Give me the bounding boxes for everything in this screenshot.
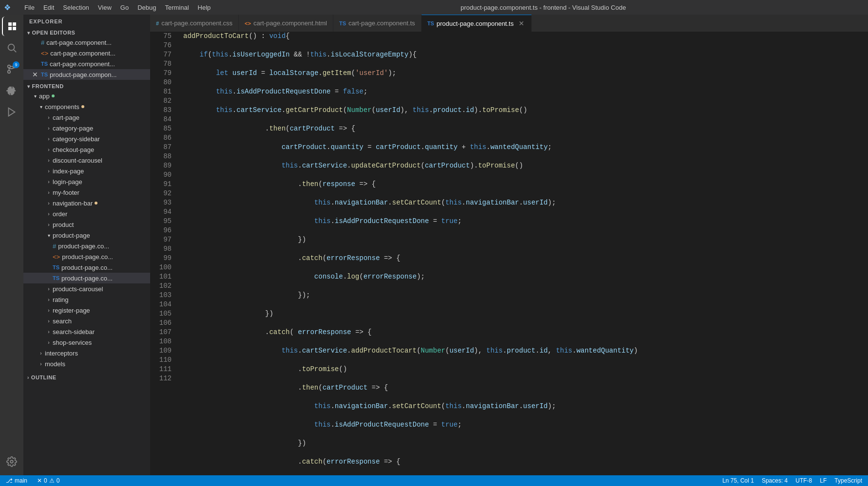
tree-arrow: ›: [45, 126, 53, 131]
tree-item-shop-services[interactable]: › shop-services: [23, 337, 150, 348]
tree-label-product: product: [53, 221, 74, 228]
status-line-ending[interactable]: LF: [818, 477, 829, 484]
tree-label-discount-carousel: discount-carousel: [53, 157, 102, 164]
open-editor-ts-cart[interactable]: TS cart-page.component...: [23, 58, 150, 69]
tree-label-category-sidebar: category-sidebar: [53, 135, 100, 143]
tree-arrow: ›: [45, 340, 53, 345]
encoding-text: UTF-8: [795, 477, 812, 484]
status-branch[interactable]: ⎇ main: [4, 477, 29, 484]
svg-rect-3: [13, 27, 16, 30]
tree-item-rating[interactable]: › rating: [23, 294, 150, 305]
tree-arrow: ›: [45, 211, 53, 217]
status-encoding[interactable]: UTF-8: [793, 477, 814, 484]
menu-terminal[interactable]: Terminal: [161, 3, 193, 12]
menu-edit[interactable]: Edit: [39, 3, 58, 12]
outline-arrow: ›: [27, 375, 29, 380]
tree-arrow: ›: [45, 286, 53, 292]
tree-item-register-page[interactable]: › register-page: [23, 305, 150, 316]
frontend-section[interactable]: ▾ FRONTEND: [23, 82, 150, 91]
tree-item-product[interactable]: › product: [23, 219, 150, 230]
ts-file-icon: TS: [41, 61, 48, 67]
close-icon[interactable]: ✕: [31, 71, 39, 78]
tree-item-products-carousel[interactable]: › products-carousel: [23, 283, 150, 294]
tree-item-order[interactable]: › order: [23, 208, 150, 219]
ts-icon2: TS: [53, 275, 59, 281]
menu-debug[interactable]: Debug: [134, 3, 160, 12]
status-language[interactable]: TypeScript: [832, 477, 864, 484]
tree-label-shop-services: shop-services: [53, 339, 92, 346]
activity-search[interactable]: [2, 38, 21, 57]
outline-label: OUTLINE: [31, 374, 57, 380]
code-editor[interactable]: 7576777879 8081828384 8586878889 9091929…: [150, 32, 868, 475]
menu-go[interactable]: Go: [116, 3, 133, 12]
svg-rect-1: [13, 22, 16, 26]
tree-item-search-sidebar[interactable]: › search-sidebar: [23, 326, 150, 337]
tree-item-app[interactable]: ▾ app: [23, 91, 150, 101]
tree-item-product-page-ts2[interactable]: TS product-page.co...: [23, 273, 150, 283]
activity-debug[interactable]: [2, 102, 21, 122]
tree-item-models[interactable]: › models: [23, 358, 150, 369]
tree-item-cart-page[interactable]: › cart-page: [23, 112, 150, 123]
tree-item-checkout-page[interactable]: › checkout-page: [23, 144, 150, 155]
tree-item-login-page[interactable]: › login-page: [23, 176, 150, 187]
tree-arrow: ▾: [37, 104, 45, 110]
outline-section[interactable]: › OUTLINE: [23, 373, 150, 382]
svg-line-5: [14, 50, 16, 52]
tree-item-product-page[interactable]: ▾ product-page: [23, 230, 150, 241]
tree-label-pp-css: product-page.co...: [58, 243, 109, 250]
tree-item-category-sidebar[interactable]: › category-sidebar: [23, 133, 150, 144]
tree-item-search[interactable]: › search: [23, 316, 150, 326]
tree-item-category-page[interactable]: › category-page: [23, 123, 150, 133]
tree-label-search-sidebar: search-sidebar: [53, 328, 95, 336]
menu-bar: File Edit Selection View Go Debug Termin…: [20, 3, 214, 12]
window-title: product-page.component.ts - frontend - V…: [222, 4, 864, 11]
tree-arrow: ›: [45, 136, 53, 142]
status-errors[interactable]: ✕ 0 ⚠ 0: [35, 477, 61, 484]
menu-view[interactable]: View: [94, 3, 116, 12]
tree-item-product-page-ts1[interactable]: TS product-page.co...: [23, 262, 150, 273]
tab-product-ts[interactable]: TS product-page.component.ts ✕: [422, 15, 532, 32]
open-editors-label: OPEN EDITORS: [32, 30, 76, 36]
tab-cart-ts[interactable]: TS cart-page.component.ts: [333, 15, 422, 32]
tree-item-my-footer[interactable]: › my-footer: [23, 187, 150, 198]
tree-item-product-page-html[interactable]: <> product-page.co...: [23, 251, 150, 262]
tree-item-index-page[interactable]: › index-page: [23, 166, 150, 176]
tree-item-interceptors[interactable]: › interceptors: [23, 348, 150, 358]
tree-label-cart-page: cart-page: [53, 114, 79, 121]
open-editors-section[interactable]: ▾ OPEN EDITORS: [23, 28, 150, 37]
tree-item-discount-carousel[interactable]: › discount-carousel: [23, 155, 150, 166]
open-editor-css-label: cart-page.component...: [46, 39, 112, 46]
css-file-icon: #: [41, 39, 44, 46]
svg-rect-2: [8, 27, 12, 30]
tab-product-ts-label: product-page.component.ts: [437, 20, 514, 27]
open-editor-css[interactable]: # cart-page.component...: [23, 37, 150, 48]
status-line-col[interactable]: Ln 75, Col 1: [720, 477, 756, 484]
tab-close-icon[interactable]: ✕: [518, 19, 525, 27]
activity-git[interactable]: 9: [2, 59, 21, 79]
tree-arrow: ▾: [45, 233, 53, 238]
menu-file[interactable]: File: [20, 3, 39, 12]
open-editor-ts-product[interactable]: ✕ TS product-page.compon...: [23, 69, 150, 80]
tab-cart-css[interactable]: # cart-page.component.css: [150, 15, 239, 32]
open-editor-html[interactable]: <> cart-page.component...: [23, 48, 150, 58]
menu-selection[interactable]: Selection: [59, 3, 93, 12]
tree-item-product-page-css[interactable]: # product-page.co...: [23, 241, 150, 251]
tree-item-navigation-bar[interactable]: › navigation-bar: [23, 198, 150, 208]
activity-settings[interactable]: [2, 452, 21, 471]
spaces-text: Spaces: 4: [762, 477, 788, 484]
status-spaces[interactable]: Spaces: 4: [760, 477, 790, 484]
menu-help[interactable]: Help: [194, 3, 215, 12]
activity-extensions[interactable]: [2, 81, 21, 100]
tree-label-pp-ts1: product-page.co...: [61, 264, 113, 271]
activity-explorer[interactable]: [2, 17, 21, 36]
tab-cart-html[interactable]: <> cart-page.component.html: [239, 15, 333, 32]
tree-label-index-page: index-page: [53, 168, 84, 175]
tree-arrow: ›: [45, 190, 53, 195]
modified-dot: [52, 94, 55, 97]
git-badge: 9: [13, 61, 19, 68]
svg-marker-9: [9, 108, 15, 116]
tree-arrow: ›: [45, 308, 53, 313]
svg-point-10: [10, 460, 13, 463]
tree-label-rating: rating: [53, 296, 69, 303]
tree-item-components[interactable]: ▾ components: [23, 101, 150, 112]
